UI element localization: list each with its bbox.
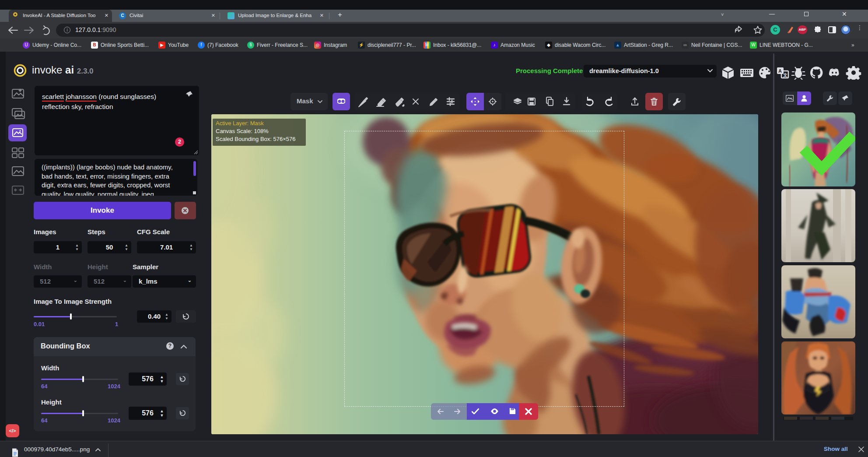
svg-text:文: 文 <box>783 73 788 77</box>
svg-text:A: A <box>778 68 782 74</box>
